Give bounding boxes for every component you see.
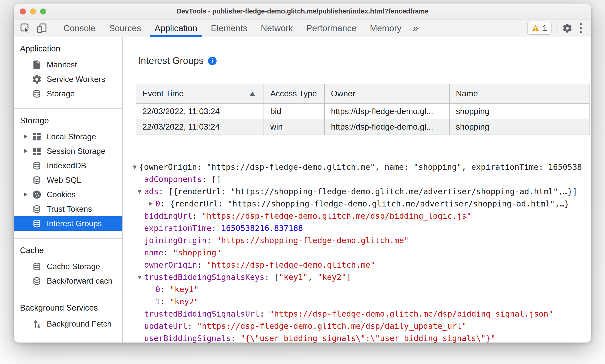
json-tree-row[interactable]: ads: [{renderUrl: "https://shopping-fled… [123,185,591,197]
json-tree-row[interactable]: 1: "key2" [123,295,591,308]
sidebar-item-label: Storage [47,89,75,98]
sidebar-item-background-fetch[interactable]: Background Fetch [14,317,122,331]
interest-group-details: {ownerOrigin: "https://dsp-fledge-demo.g… [123,155,591,343]
json-tree-row[interactable]: 0: "key1" [123,283,591,295]
tab-memory[interactable]: Memory [363,19,408,37]
table-header-row: Event TimeAccess TypeOwnerName [136,84,589,104]
table-cell: 22/03/2022, 11:03:24 [136,104,264,119]
json-segment-str: "key1" [279,272,308,282]
sidebar-item-trust-tokens[interactable]: Trust Tokens [14,202,122,216]
sidebar-item-manifest[interactable]: Manifest [14,57,122,72]
settings-gear-icon[interactable] [562,23,573,33]
tab-application[interactable]: Application [148,19,204,37]
json-tree-row[interactable]: 0: {renderUrl: "https://shopping-fledge-… [123,197,591,210]
sidebar-item-cookies[interactable]: Cookies [14,187,122,202]
sidebar-item-service-workers[interactable]: Service Workers [14,72,122,86]
tab-elements[interactable]: Elements [204,19,254,37]
tab-sources[interactable]: Sources [102,19,148,37]
json-tree-row[interactable]: {ownerOrigin: "https://dsp-fledge-demo.g… [123,161,591,173]
expand-arrow-icon[interactable] [138,189,144,194]
json-tree-row[interactable]: userBiddingSignals: "{\"user_bidding_sig… [123,332,591,343]
database-icon-wrap [32,175,42,185]
column-header-label: Event Time [142,89,184,98]
devtools-toolbar: ConsoleSourcesApplicationElementsNetwork… [14,19,591,37]
sidebar-item-label: Manifest [47,60,77,69]
table-row[interactable]: 22/03/2022, 11:03:24bidhttps://dsp-fledg… [136,104,589,119]
storage-table-icon [32,146,42,156]
json-segment-str: "key1" [170,285,199,294]
info-icon[interactable]: i [208,57,217,65]
json-segment-key: trustedBiddingSignalsKeys [144,272,265,282]
column-header-access-type[interactable]: Access Type [264,84,325,103]
json-tree-row[interactable]: joiningOrigin: "https://shopping-fledge-… [123,234,591,246]
gear-icon-wrap [32,74,42,84]
database-icon [32,276,42,286]
triangle-down-icon [138,276,142,279]
column-header-label: Owner [331,89,355,98]
close-button[interactable] [20,8,26,14]
json-segment-plain: : [160,285,170,294]
sidebar-item-indexeddb[interactable]: IndexedDB [14,158,122,173]
page-title: Interest Groups [138,55,204,66]
toolbar-separator [53,23,53,33]
triangle-right-icon [24,134,27,139]
column-header-name[interactable]: Name [450,84,589,103]
sidebar-item-session-storage[interactable]: Session Storage [14,144,122,158]
issues-badge[interactable]: 1 [527,22,552,35]
tab-network[interactable]: Network [254,19,300,37]
json-tree-row[interactable]: biddingUrl: "https://dsp-fledge-demo.gli… [123,210,591,222]
more-tabs-button[interactable]: » [408,19,423,37]
database-icon [32,161,42,171]
column-header-owner[interactable]: Owner [325,84,450,103]
tab-console[interactable]: Console [57,19,102,37]
json-tree-row[interactable]: trustedBiddingSignalsKeys: ["key1", "key… [123,271,591,283]
table-icon-wrap [32,132,42,142]
database-icon [32,89,42,99]
json-tree-row[interactable]: name: "shopping" [123,246,591,259]
json-segment-str: "key2" [170,297,199,306]
document-icon-wrap [32,60,42,70]
expand-triangle-icon[interactable] [24,149,32,153]
json-segment-plain: , [308,272,317,282]
database-icon [32,175,42,185]
json-tree-row[interactable]: adComponents: [] [123,173,591,185]
sidebar-item-web-sql[interactable]: Web SQL [14,173,122,187]
minimize-button[interactable] [30,8,36,14]
sidebar-section-cache: CacheCache StorageBack/forward cach [14,238,122,296]
sidebar-item-storage[interactable]: Storage [14,86,122,101]
column-header-event-time[interactable]: Event Time [136,84,264,103]
expand-arrow-icon[interactable] [138,275,144,279]
sidebar-item-local-storage[interactable]: Local Storage [14,129,122,144]
expand-arrow-icon[interactable] [133,165,139,169]
json-segment-str: "{\"user_bidding_signals\":\"user_biddin… [240,334,495,343]
sidebar-item-label: Session Storage [47,147,105,156]
expand-triangle-icon[interactable] [24,192,32,197]
tab-performance[interactable]: Performance [300,19,363,37]
device-toolbar-icon[interactable] [36,23,47,34]
table-row[interactable]: 22/03/2022, 11:03:24winhttps://dsp-fledg… [136,119,589,135]
json-segment-key: trustedBiddingSignalsUrl [144,309,260,319]
json-tree-row[interactable]: ownerOrigin: "https://dsp-fledge-demo.gl… [123,259,591,271]
json-tree-row[interactable]: expirationTime: 1650538216.837188 [123,222,591,234]
titlebar: DevTools - publisher-fledge-demo.glitch.… [14,3,591,19]
json-segment-plain: : [260,309,269,319]
expand-triangle-icon[interactable] [24,134,32,139]
json-segment-str: "https://dsp-fledge-demo.glitch.me/dsp/b… [269,309,553,319]
kebab-menu-icon[interactable] [578,22,584,34]
json-segment-str: "https://dsp-fledge-demo.glitch.me/dsp/b… [202,211,471,221]
application-sidebar: ApplicationManifestService WorkersStorag… [14,37,123,343]
column-header-label: Access Type [270,89,317,98]
json-tree-row[interactable]: trustedBiddingSignalsUrl: "https://dsp-f… [123,308,591,320]
json-tree-row[interactable]: updateUrl: "https://dsp-fledge-demo.glit… [123,320,591,332]
expand-arrow-icon[interactable] [149,202,155,206]
sidebar-item-label: Cache Storage [47,262,100,271]
sidebar-item-back-forward-cach[interactable]: Back/forward cach [14,274,122,288]
json-segment-key: ads [144,187,159,196]
inspect-element-icon[interactable] [20,23,31,34]
sidebar-item-cache-storage[interactable]: Cache Storage [14,259,122,274]
sidebar-item-interest-groups[interactable]: Interest Groups [14,216,122,231]
issues-count: 1 [543,23,547,33]
database-icon-wrap [32,89,42,99]
zoom-button[interactable] [40,8,46,14]
json-segment-str: "https://dsp-fledge-demo.glitch.me" [207,260,375,270]
